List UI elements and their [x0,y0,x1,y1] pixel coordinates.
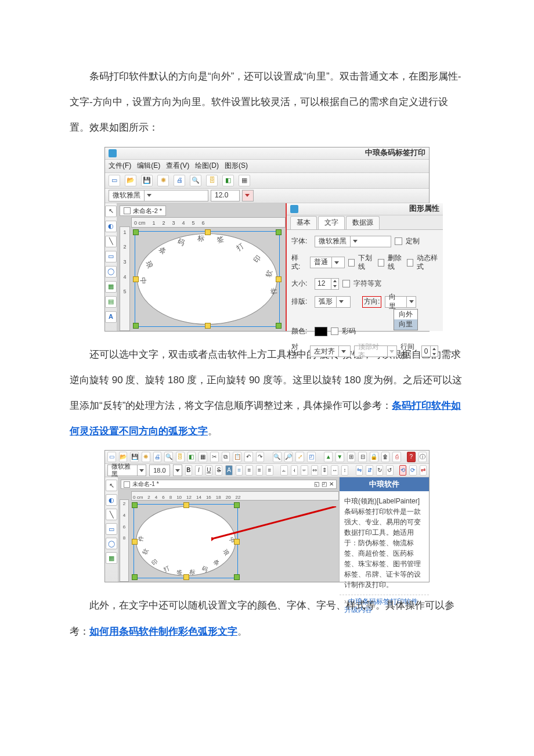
font-size-dropdown[interactable] [242,190,254,201]
font-color-icon[interactable]: A [225,465,232,476]
cut-icon[interactable]: ✂ [210,452,219,462]
undo-icon[interactable]: ↶ [244,452,253,462]
selected-object[interactable]: 中 琅 条 码 标 签 打 印 软 件 [135,231,280,327]
about-icon[interactable]: ⓘ [418,452,427,462]
bold-icon[interactable]: B [185,465,192,476]
style-combo[interactable]: 普通 [310,257,345,268]
preview-icon[interactable]: 🔍 [190,175,201,186]
text-tool-icon[interactable]: A [105,311,117,323]
font-name-combo[interactable]: 微软雅黑 [109,190,208,201]
open-icon[interactable]: 📂 [125,175,136,186]
align-bottom-icon[interactable]: ⫟ [301,465,308,476]
image-tool-icon[interactable]: ▩ [106,552,117,564]
ellipse-tool-icon[interactable]: ◯ [106,538,117,549]
circle-tool-icon[interactable]: ◐ [106,494,117,506]
resize-handle[interactable] [205,229,211,235]
line-tool-icon[interactable]: ╲ [106,509,117,520]
resize-handle[interactable] [132,502,138,508]
underline-checkbox[interactable] [348,259,355,267]
image-tool-icon[interactable]: ▩ [105,281,117,293]
help-icon[interactable]: ? [407,452,416,462]
pointer-icon[interactable]: ↖ [106,480,117,491]
font-combo[interactable]: 微软雅黑 [315,236,391,247]
settings-icon[interactable]: ✺ [142,452,150,462]
monospace-checkbox[interactable] [342,280,350,287]
dropdown-icon[interactable] [350,236,360,247]
bring-front-icon[interactable]: ▲ [324,452,333,462]
resize-handle[interactable] [205,323,211,329]
layout-combo[interactable]: 弧形 [315,296,351,308]
zoom-in-icon[interactable]: 🔍 [273,452,282,462]
window-restore-icon[interactable]: ◱ [314,481,319,488]
same-height-icon[interactable]: ↕ [341,465,348,476]
dropdown-icon[interactable] [243,190,252,201]
save-icon[interactable]: 💾 [141,175,153,186]
window-icon[interactable]: ◰ [307,452,316,462]
dropdown-icon[interactable] [336,297,346,307]
resize-handle[interactable] [276,323,282,329]
document-tab[interactable]: 未命名-2 * [120,206,166,216]
picture-tool-icon[interactable]: ▤ [105,296,117,308]
preview-icon[interactable]: 🔍 [164,452,173,462]
pointer-icon[interactable]: ↖ [105,206,117,217]
dropdown-icon[interactable] [331,257,341,268]
flip-v-icon[interactable]: ⇵ [366,465,373,476]
rect-tool-icon[interactable]: ▭ [106,523,117,535]
align-vcenter-icon[interactable]: ⫞ [291,465,298,476]
resize-handle[interactable] [183,574,189,580]
resize-handle[interactable] [276,276,282,282]
dropdown-icon[interactable] [406,297,416,307]
group-icon[interactable]: ⊞ [347,452,356,462]
resize-handle[interactable] [234,502,240,508]
direction-option-out[interactable]: 向外 [394,309,417,320]
strike-icon[interactable]: S [215,465,222,476]
colorcode-checkbox[interactable] [331,327,338,335]
rotate-90-button[interactable]: ⟳ [409,465,416,476]
font-size-dropdown[interactable] [173,465,182,476]
distribute-h-icon[interactable]: ⇔ [311,465,318,476]
direction-combo[interactable]: 向里 [385,296,416,308]
dropdown-icon[interactable] [137,465,146,476]
resize-handle[interactable] [133,276,139,282]
italic-icon[interactable]: I [195,465,202,476]
ungroup-icon[interactable]: ⊟ [358,452,367,462]
align-right-icon[interactable]: ≡ [256,465,263,476]
settings-icon[interactable]: ✺ [157,175,169,186]
underline-icon[interactable]: U [205,465,212,476]
strike-checkbox[interactable] [378,259,384,267]
size-spinner[interactable]: 12 [315,278,339,290]
tab-datasource[interactable]: 数据源 [346,216,380,229]
color-swatch[interactable] [315,327,327,336]
menu-edit[interactable]: 编辑(E) [137,161,160,171]
grid-icon[interactable]: ▦ [239,175,250,186]
resize-handle[interactable] [133,229,139,235]
same-width-icon[interactable]: ↔ [331,465,338,476]
database-icon[interactable]: 🗄 [176,452,185,462]
tab-basic[interactable]: 基本 [290,216,317,229]
spinner-up-icon[interactable] [331,279,338,284]
custom-checkbox[interactable] [395,237,402,245]
mirror-button[interactable]: ⇄ [420,465,427,476]
resize-handle[interactable] [133,323,139,329]
menu-file[interactable]: 文件(F) [109,161,131,171]
paste-icon[interactable]: 📋 [233,452,241,462]
resize-handle[interactable] [183,502,189,508]
menu-view[interactable]: 查看(V) [166,161,189,171]
send-back-icon[interactable]: ▼ [335,452,344,462]
rect-tool-icon[interactable]: ▭ [105,251,117,262]
zoom-out-icon[interactable]: 🔎 [284,452,293,462]
copy-icon[interactable]: ⧉ [222,452,230,462]
resize-handle[interactable] [234,574,240,580]
selected-object[interactable]: 件 软 印 打 签 标 码 条 琅 中 [134,504,238,578]
window-close-icon[interactable]: ✕ [329,481,334,488]
print-icon[interactable]: 🖨 [174,175,185,186]
layers-icon[interactable]: ◧ [222,175,234,186]
align-top-icon[interactable]: ⫠ [280,465,287,476]
circle-tool-icon[interactable]: ◐ [105,221,117,232]
line-tool-icon[interactable]: ╲ [105,236,117,247]
spinner-down-icon[interactable] [431,351,438,357]
resize-handle[interactable] [276,229,282,235]
resize-handle[interactable] [132,539,138,545]
zoom-fit-icon[interactable]: ⤢ [295,452,304,462]
rotate-ccw-icon[interactable]: ↺ [386,465,393,476]
